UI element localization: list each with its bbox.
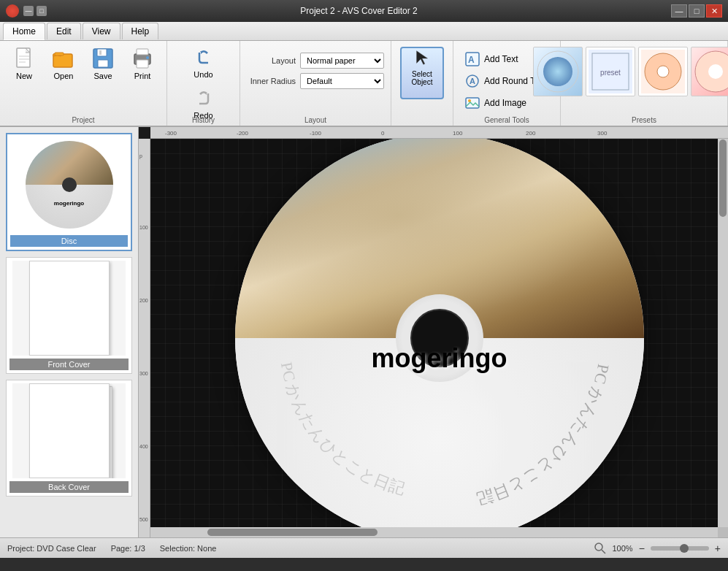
svg-point-13: [146, 56, 149, 59]
undo-button[interactable]: Undo: [191, 44, 217, 82]
sidebar-item-disc[interactable]: mogeringo Disc: [6, 133, 132, 251]
zoom-in-button[interactable]: +: [715, 543, 721, 553]
vertical-scrollbar[interactable]: [718, 139, 728, 527]
canvas-content[interactable]: PC かんたんひとこと日記 PC かんたんひとこと日記 mogeringo: [150, 139, 728, 537]
save-button[interactable]: Save: [85, 44, 121, 83]
open-icon: [52, 47, 75, 70]
canvas-area: -300 -200 -100 0 100 200 300 p 100 200 3…: [139, 127, 728, 537]
titlebar-maximize[interactable]: □: [37, 6, 47, 16]
ribbon-group-project: New Open Save: [0, 41, 167, 126]
ribbon: New Open Save: [0, 41, 728, 127]
add-text-label: Add Text: [484, 54, 518, 64]
layout-select[interactable]: Normal paper Disc Front Cover Back Cover: [300, 53, 384, 69]
svg-rect-11: [137, 49, 148, 55]
ribbon-group-history: Undo Redo History: [167, 41, 240, 126]
preset-thumb-1[interactable]: [533, 47, 583, 96]
disc-design[interactable]: PC かんたんひとこと日記 PC かんたんひとこと日記 mogeringo: [235, 139, 644, 537]
window-title: Project 2 - AVS Cover Editor 2: [47, 6, 671, 16]
mini-disc-text: mogeringo: [54, 200, 84, 207]
titlebar-control[interactable]: —: [23, 6, 34, 16]
svg-text:PC かんたんひとこと日記: PC かんたんひとこと日記: [475, 363, 612, 509]
scroll-corner: [718, 527, 728, 537]
project-group-label: Project: [0, 116, 166, 124]
add-round-text-icon: A: [465, 74, 480, 88]
zoom-slider[interactable]: [651, 546, 709, 551]
back-cover-thumbnail: [12, 383, 126, 478]
tab-view[interactable]: View: [83, 23, 120, 39]
svg-point-21: [543, 57, 572, 86]
add-image-icon: [465, 96, 480, 110]
svg-point-29: [708, 64, 723, 79]
preset-thumb-2[interactable]: preset: [586, 47, 635, 96]
new-label: New: [16, 72, 32, 80]
svg-text:PC かんたんひとこと日記: PC かんたんひとこと日記: [277, 361, 407, 499]
svg-rect-5: [55, 53, 64, 55]
ribbon-group-select: Select Object: [391, 41, 453, 126]
save-icon: [91, 47, 115, 70]
maximize-button[interactable]: □: [689, 4, 705, 18]
tab-help[interactable]: Help: [122, 23, 159, 39]
sidebar-item-back-cover[interactable]: Back Cover: [6, 380, 132, 497]
new-icon: [12, 47, 36, 70]
inner-radius-label: Inner Radius: [246, 77, 296, 85]
ribbon-group-presets: preset ▲ ▼ Presets: [561, 41, 728, 126]
svg-text:preset: preset: [600, 69, 621, 77]
new-button[interactable]: New: [6, 44, 42, 83]
watermark: Photo by mogeringo: [556, 529, 615, 537]
svg-point-32: [595, 543, 602, 551]
print-icon: [131, 47, 154, 70]
tab-home[interactable]: Home: [3, 23, 45, 40]
zoom-thumb[interactable]: [680, 544, 689, 553]
title-bar: — □ Project 2 - AVS Cover Editor 2 — □ ✕: [0, 0, 728, 22]
menu-bar: Home Edit View Help: [0, 22, 728, 41]
svg-rect-4: [53, 54, 72, 67]
save-label: Save: [93, 72, 112, 80]
app-icon: [6, 4, 19, 18]
svg-rect-8: [98, 60, 108, 67]
print-button[interactable]: Print: [124, 44, 161, 83]
svg-point-27: [657, 66, 669, 77]
disc-label: Disc: [10, 235, 128, 247]
back-cover-label: Back Cover: [9, 481, 129, 493]
select-object-button[interactable]: Select Object: [400, 47, 444, 99]
layout-group-label: Layout: [240, 116, 391, 124]
minimize-button[interactable]: —: [671, 4, 687, 18]
v-scroll-thumb[interactable]: [719, 139, 727, 217]
svg-text:A: A: [470, 77, 475, 85]
svg-line-33: [602, 550, 605, 553]
main-area: mogeringo Disc Front Cover Back Cover: [0, 127, 728, 537]
status-project: Project: DVD Case Clear: [7, 544, 96, 553]
svg-text:A: A: [468, 55, 475, 65]
disc-outer: PC かんたんひとこと日記 PC かんたんひとこと日記 mogeringo: [235, 139, 644, 537]
front-cover-thumbnail: [12, 261, 126, 356]
sidebar: mogeringo Disc Front Cover Back Cover: [0, 127, 139, 537]
ruler-left: p 100 200 300 400 500: [139, 139, 150, 537]
zoom-value: 100%: [612, 544, 632, 553]
presets-group-label: Presets: [561, 116, 727, 124]
open-button[interactable]: Open: [45, 44, 82, 83]
history-group-label: History: [167, 116, 240, 124]
status-page: Page: 1/3: [111, 544, 145, 553]
inner-radius-select[interactable]: Default Small Large: [300, 73, 384, 89]
front-cover-label: Front Cover: [9, 359, 129, 370]
open-label: Open: [54, 72, 74, 80]
tab-edit[interactable]: Edit: [47, 23, 81, 39]
print-label: Print: [134, 72, 151, 80]
disc-thumbnail: mogeringo: [12, 137, 126, 232]
preset-thumb-3[interactable]: [638, 47, 688, 96]
close-button[interactable]: ✕: [706, 4, 722, 18]
ribbon-group-layout: Layout Normal paper Disc Front Cover Bac…: [240, 41, 391, 126]
svg-rect-12: [137, 60, 148, 68]
preset-thumb-4[interactable]: [691, 47, 728, 96]
add-image-label: Add Image: [484, 98, 526, 108]
zoom-out-button[interactable]: −: [639, 543, 645, 553]
ruler-top: -300 -200 -100 0 100 200 300: [150, 127, 728, 139]
layout-label: Layout: [246, 56, 296, 65]
select-object-label: Select Object: [412, 70, 433, 86]
status-selection: Selection: None: [160, 544, 217, 553]
undo-label: Undo: [194, 70, 212, 79]
disc-main-text: mogeringo: [372, 343, 507, 374]
sidebar-item-front-cover[interactable]: Front Cover: [6, 257, 132, 374]
add-text-icon: A: [465, 52, 480, 66]
zoom-icon: [594, 543, 606, 554]
